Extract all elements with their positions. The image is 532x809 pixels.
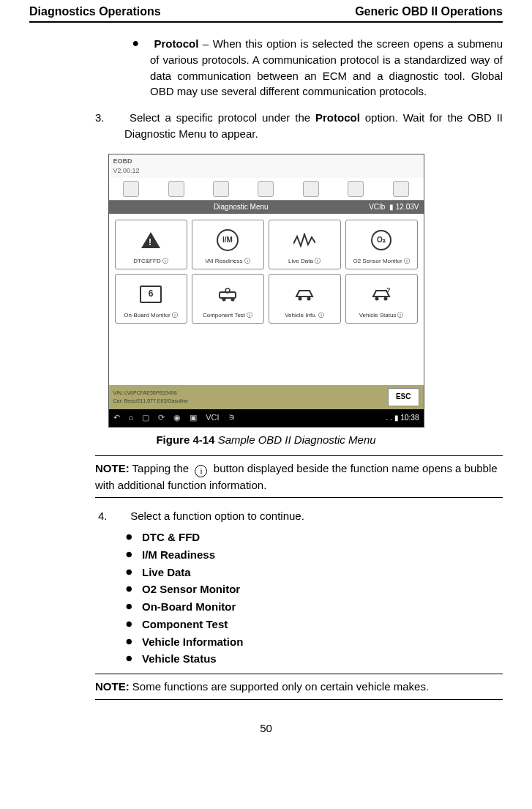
func-component-test: ⚫︎Component Test [124, 616, 503, 633]
func-im-readiness: ⚫︎I/M Readiness [124, 546, 503, 564]
fig-top-bar: EOBD V2.00.12 [109, 154, 424, 178]
status-dots: . . ▮ [386, 414, 399, 422]
monitor-icon: 6 [140, 286, 162, 303]
eobd-label: EOBD [113, 157, 132, 165]
func-vehicle-info: ⚫︎Vehicle Information [124, 633, 503, 651]
gear-car-icon [217, 279, 239, 310]
note2-text: Some functions are supported only on cer… [130, 680, 429, 693]
figure-caption: Figure 4-14 Sample OBD II Diagnostic Men… [29, 432, 503, 448]
vci-icon[interactable]: VCI [206, 412, 219, 424]
toolbar-icon-5[interactable] [303, 181, 319, 197]
tile-dtc-ffd[interactable]: DTC&FFDⓘ [115, 220, 187, 269]
tile-im-readiness[interactable]: I/M I/M Readinessⓘ [192, 220, 264, 269]
svg-point-1 [222, 298, 226, 302]
svg-point-7 [384, 297, 388, 301]
refresh-icon[interactable]: ⟳ [158, 412, 165, 424]
note2-label: NOTE: [95, 680, 130, 693]
step3-before: Select a specific protocol under the [130, 111, 315, 124]
home-icon[interactable]: ⌂ [129, 412, 134, 424]
fig-toolbar [109, 178, 424, 201]
protocol-desc: – When this option is selected the scree… [150, 37, 503, 97]
toolbar-icon-2[interactable] [168, 181, 184, 197]
camera-icon[interactable]: ◉ [173, 412, 181, 424]
clock: 10:38 [400, 414, 419, 422]
info-icon[interactable]: ⓘ [404, 258, 410, 264]
func-vehicle-status: ⚫︎Vehicle Status [124, 650, 503, 668]
func-onboard-monitor: ⚫︎On-Board Monitor [124, 598, 503, 616]
alert-icon [141, 232, 160, 248]
step-4: 4. Select a function option to continue. [127, 508, 503, 524]
note-1: NOTE: Tapping the i button displayed bes… [95, 455, 503, 499]
vin-line1: VIN: LV6PCFAE50PB15498 [113, 389, 188, 397]
info-icon[interactable]: ⓘ [172, 312, 178, 318]
protocol-term: Protocol [154, 37, 199, 50]
svg-point-5 [307, 297, 311, 301]
version-label: V2.00.12 [113, 167, 140, 174]
bullet-icon: ⚫︎ [131, 36, 150, 52]
tile-o2-sensor[interactable]: O₂ O2 Sensor Monitorⓘ [345, 220, 418, 269]
vci-label: VCIb [369, 203, 385, 211]
info-icon[interactable]: ⓘ [244, 258, 250, 264]
caption-label: Figure 4-14 [156, 433, 214, 446]
bottom-nav: ↶ ⌂ ▢ ⟳ ◉ ▣ VCI ⚞ . . ▮ 10:38 [109, 409, 424, 427]
func-o2-sensor: ⚫︎O2 Sensor Monitor [124, 581, 503, 598]
info-icon[interactable]: ⓘ [397, 312, 403, 318]
voltage: 12.03V [396, 203, 419, 211]
vin-bar: VIN: LV6PCFAE50PB15498 Car: Benz/211.077… [109, 385, 424, 409]
wave-icon [293, 225, 315, 256]
note-2: NOTE: Some functions are supported only … [95, 674, 503, 700]
note1-before: Tapping the [130, 462, 192, 474]
info-icon[interactable]: ⓘ [318, 312, 324, 318]
step3-bold: Protocol [315, 111, 360, 124]
tile-live-data[interactable]: Live Dataⓘ [269, 220, 341, 269]
svg-point-6 [375, 297, 379, 301]
fig-title-bar: Diagnostic Menu VCIb ▮ 12.03V [109, 201, 424, 215]
menu-grid: DTC&FFDⓘ I/M I/M Readinessⓘ Live Dataⓘ O… [109, 214, 424, 329]
header-left: Diagnostics Operations [29, 3, 161, 20]
svg-text:?: ? [386, 286, 391, 294]
info-icon[interactable]: ⓘ [162, 258, 168, 264]
task-icon[interactable]: ▣ [190, 412, 197, 424]
step-3: 3. Select a specific protocol under the … [124, 110, 503, 142]
info-icon[interactable]: ⓘ [315, 258, 321, 264]
page-number: 50 [29, 720, 503, 737]
diag-menu-title: Diagnostic Menu [214, 202, 268, 213]
tile-onboard-monitor[interactable]: 6 On-Board Monitorⓘ [115, 274, 187, 324]
svg-point-4 [299, 297, 302, 301]
toolbar-icon-7[interactable] [393, 181, 409, 197]
im-icon: I/M [217, 229, 239, 251]
tile-component-test[interactable]: Component Testⓘ [192, 274, 264, 324]
note1-label: NOTE: [95, 462, 130, 474]
car-nav-icon[interactable]: ⚞ [228, 412, 236, 424]
toolbar-icon-4[interactable] [258, 181, 274, 197]
toolbar-icon-3[interactable] [213, 181, 229, 197]
recent-icon[interactable]: ▢ [142, 412, 149, 424]
func-dtc-ffd: ⚫︎DTC & FFD [124, 529, 503, 546]
toolbar-icon-6[interactable] [348, 181, 364, 197]
step-number: 3. [95, 110, 124, 126]
step4-text: Select a function option to continue. [130, 510, 304, 522]
svg-point-2 [231, 298, 235, 302]
info-circle-icon: i [195, 465, 207, 477]
header-right: Generic OBD II Operations [355, 3, 503, 20]
protocol-bullet: ⚫︎ Protocol – When this option is select… [150, 36, 503, 100]
info-icon[interactable]: ⓘ [247, 312, 252, 318]
esc-button[interactable]: ESC [388, 388, 419, 406]
function-list: ⚫︎DTC & FFD ⚫︎I/M Readiness ⚫︎Live Data … [124, 529, 503, 668]
car-info-icon [293, 279, 315, 310]
tile-vehicle-status[interactable]: ? Vehicle Statusⓘ [345, 274, 418, 324]
car-status-icon: ? [370, 279, 392, 310]
battery-icon: ▮ [389, 203, 394, 211]
step-number: 4. [98, 508, 127, 524]
toolbar-icon-1[interactable] [123, 181, 139, 197]
tile-vehicle-info[interactable]: Vehicle Info.ⓘ [269, 274, 341, 324]
caption-text: Sample OBD II Diagnostic Menu [214, 433, 375, 446]
figure-screenshot: EOBD V2.00.12 Diagnostic Menu VCIb ▮ 12.… [108, 154, 424, 428]
vin-line2: Car: Benz/211.077 E63/Gasoline [113, 398, 188, 405]
func-live-data: ⚫︎Live Data [124, 564, 503, 581]
o2-icon: O₂ [371, 230, 391, 250]
running-header: Diagnostics Operations Generic OBD II Op… [29, 0, 503, 23]
back-icon[interactable]: ↶ [113, 412, 120, 424]
